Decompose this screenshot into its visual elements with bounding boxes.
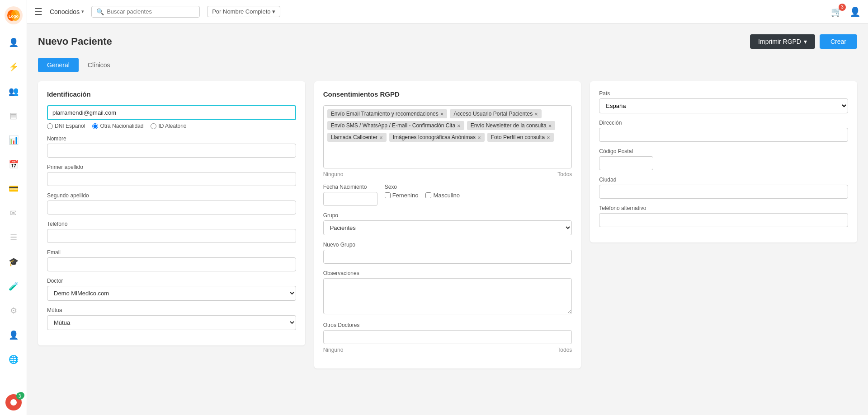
nombre-group: Nombre xyxy=(47,135,296,158)
segundo-apellido-input[interactable] xyxy=(47,201,296,214)
tag-remove-2[interactable]: × xyxy=(457,123,461,129)
tab-clinicos[interactable]: Clínicos xyxy=(79,58,119,72)
nav-menu-caret: ▾ xyxy=(81,9,84,14)
card-icon[interactable]: 💳 xyxy=(5,181,22,197)
logo[interactable]: Logo xyxy=(3,5,24,26)
tags-container: Envío Email Tratamiento y recomendacione… xyxy=(323,105,572,168)
ciudad-input[interactable] xyxy=(599,185,848,199)
masculino-checkbox[interactable] xyxy=(425,192,431,198)
primer-apellido-input[interactable] xyxy=(47,172,296,186)
direccion-group: Dirección xyxy=(599,120,848,142)
radio-otra[interactable]: Otra Nacionalidad xyxy=(92,123,143,129)
email-identifier-input[interactable] xyxy=(47,105,296,120)
sexo-group: Sexo Femenino Masculino xyxy=(385,184,460,199)
tag-label-0: Envío Email Tratamiento y recomendacione… xyxy=(331,111,439,117)
flask-icon[interactable]: 🧪 xyxy=(5,278,22,294)
telefono-input[interactable] xyxy=(47,229,296,243)
tags-group: Envío Email Tratamiento y recomendacione… xyxy=(323,105,572,177)
tag-remove-0[interactable]: × xyxy=(440,111,444,117)
filter-caret: ▾ xyxy=(272,8,275,15)
ubicacion-card: País España Francia Portugal México Dire… xyxy=(590,81,857,242)
email-field-label: Email xyxy=(47,249,296,256)
mail-icon[interactable]: ✉ xyxy=(5,205,22,221)
user-icon[interactable]: 👤 xyxy=(5,34,22,51)
create-button[interactable]: Crear xyxy=(820,34,857,49)
user-profile-button[interactable]: 👤 xyxy=(849,6,861,17)
doctor-group: Doctor Demo MiMedico.com xyxy=(47,278,296,301)
fecha-sexo-row: Fecha Nacimiento Sexo Femenino xyxy=(323,184,572,212)
ciudad-group: Ciudad xyxy=(599,177,848,199)
radio-dni[interactable]: DNI Español xyxy=(47,123,85,129)
radio-id-input[interactable] xyxy=(151,123,156,129)
ninguno-label[interactable]: Ninguno xyxy=(323,171,344,177)
recording-button[interactable]: 3 xyxy=(5,394,22,410)
todos2-label[interactable]: Todos xyxy=(557,347,572,353)
lightning-icon[interactable]: ⚡ xyxy=(5,59,22,75)
globe-icon[interactable]: 🌐 xyxy=(5,351,22,368)
tab-general[interactable]: General xyxy=(38,58,79,72)
nuevo-grupo-input[interactable] xyxy=(323,250,572,264)
mutua-select[interactable]: Mútua xyxy=(47,315,296,330)
sexo-checkboxes: Femenino Masculino xyxy=(385,192,460,199)
tag-remove-4[interactable]: × xyxy=(379,135,383,140)
femenino-checkbox[interactable] xyxy=(385,192,391,198)
tag-remove-6[interactable]: × xyxy=(547,135,550,140)
grupo-select[interactable]: Pacientes xyxy=(323,220,572,235)
barcode-icon[interactable]: ▤ xyxy=(5,107,22,124)
settings-icon[interactable]: ⚙ xyxy=(5,303,22,319)
observaciones-textarea[interactable] xyxy=(323,278,572,314)
email-field-input[interactable] xyxy=(47,257,296,271)
cart-button[interactable]: 🛒 3 xyxy=(831,6,842,17)
print-rgpd-button[interactable]: Imprimir RGPD ▾ xyxy=(750,34,815,49)
tag-5: Imágenes Iconográficas Anónimas × xyxy=(389,133,485,142)
pais-select[interactable]: España Francia Portugal México xyxy=(599,98,848,113)
radio-otra-label: Otra Nacionalidad xyxy=(100,123,143,129)
list-icon[interactable]: ☰ xyxy=(5,229,22,246)
filter-label: Por Nombre Completo xyxy=(212,8,270,15)
tag-remove-3[interactable]: × xyxy=(548,123,552,129)
telefono-alt-input[interactable] xyxy=(599,213,848,227)
tag-4: Llamada Callcenter × xyxy=(327,133,387,142)
print-rgpd-label: Imprimir RGPD xyxy=(758,38,801,45)
page-header: Nuevo Paciente Imprimir RGPD ▾ Crear xyxy=(38,34,857,49)
person-icon[interactable]: 👤 xyxy=(5,327,22,343)
nav-menu-conocidos[interactable]: Conocidos ▾ xyxy=(50,8,84,15)
search-input[interactable] xyxy=(107,8,195,15)
radio-id-label: ID Aleatorio xyxy=(158,123,186,129)
tag-2: Envío SMS / WhatsApp / E-mail - Confirma… xyxy=(327,121,464,130)
direccion-input[interactable] xyxy=(599,128,848,142)
primer-apellido-label: Primer apellido xyxy=(47,164,296,170)
ninguno2-label[interactable]: Ninguno xyxy=(323,347,344,353)
femenino-option[interactable]: Femenino xyxy=(385,192,419,199)
doctor-select[interactable]: Demo MiMedico.com xyxy=(47,286,296,301)
otros-doctores-footer: Ninguno Todos xyxy=(323,347,572,353)
codigo-postal-input[interactable] xyxy=(599,156,653,170)
sexo-label: Sexo xyxy=(385,184,460,190)
otros-doctores-input[interactable] xyxy=(323,330,572,344)
graduation-icon[interactable]: 🎓 xyxy=(5,254,22,270)
codigo-postal-label: Código Postal xyxy=(599,148,848,154)
telefono-alt-label: Teléfono alternativo xyxy=(599,205,848,211)
pais-label: País xyxy=(599,90,848,97)
mutua-label: Mútua xyxy=(47,307,296,313)
filter-dropdown[interactable]: Por Nombre Completo ▾ xyxy=(207,6,280,17)
tag-remove-1[interactable]: × xyxy=(534,111,538,117)
todos-label[interactable]: Todos xyxy=(557,171,572,177)
radio-otra-input[interactable] xyxy=(92,123,98,129)
telefono-group: Teléfono xyxy=(47,221,296,243)
radio-id[interactable]: ID Aleatorio xyxy=(151,123,186,129)
masculino-option[interactable]: Masculino xyxy=(425,192,460,199)
fecha-nacimiento-input[interactable] xyxy=(323,192,377,206)
telefono-label: Teléfono xyxy=(47,221,296,227)
radio-dni-input[interactable] xyxy=(47,123,53,129)
consentimientos-title: Consentimientos RGPD xyxy=(323,90,572,98)
masculino-label: Masculino xyxy=(433,192,460,199)
nombre-input[interactable] xyxy=(47,144,296,158)
svg-point-4 xyxy=(10,399,17,406)
identificacion-card: Identificación DNI Español Otra Nacional… xyxy=(38,81,305,345)
calendar-icon[interactable]: 📅 xyxy=(5,156,22,173)
chart-icon[interactable]: 📊 xyxy=(5,132,22,148)
hamburger-button[interactable]: ☰ xyxy=(34,6,42,17)
tag-remove-5[interactable]: × xyxy=(477,135,481,140)
users-icon[interactable]: 👥 xyxy=(5,83,22,99)
